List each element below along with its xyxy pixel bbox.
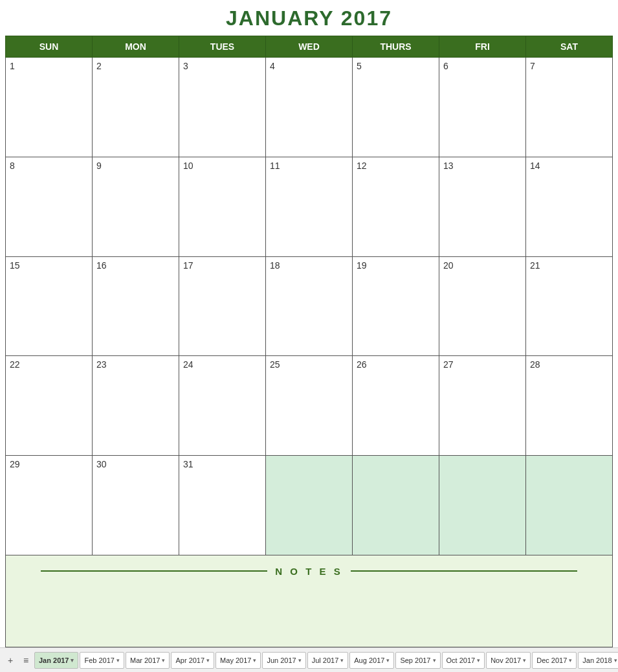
day-cell[interactable]: 1	[6, 58, 93, 157]
sheet-tab-sep-2017[interactable]: Sep 2017▾	[395, 652, 440, 669]
day-cell[interactable]: 12	[353, 157, 439, 256]
week-row-4: 293031	[6, 456, 613, 555]
day-cell[interactable]: 26	[353, 356, 439, 456]
notes-cell[interactable]: N O T E S	[6, 555, 613, 647]
sheet-tab-feb-2017[interactable]: Feb 2017▾	[80, 652, 124, 669]
sheet-tab-dropdown-icon: ▾	[162, 657, 165, 664]
sheet-tab-label: Mar 2017	[130, 656, 160, 664]
sheet-tab-label: Jan 2018	[582, 656, 612, 664]
day-number: 9	[96, 161, 102, 171]
day-cell[interactable]	[439, 456, 526, 555]
add-sheet-button[interactable]: +	[3, 653, 18, 668]
sheet-tab-label: Dec 2017	[536, 656, 567, 664]
day-cell[interactable]: 10	[179, 157, 266, 256]
day-number: 4	[270, 61, 275, 71]
day-cell[interactable]: 31	[179, 456, 266, 555]
notes-label-row: N O T E S	[41, 566, 577, 577]
sheet-tab-dropdown-icon: ▾	[116, 657, 120, 664]
header-day-thurs: THURS	[353, 36, 439, 58]
day-number: 15	[10, 260, 20, 271]
day-number: 8	[10, 161, 15, 171]
sheet-tab-dropdown-icon: ▾	[386, 657, 390, 664]
notes-row: N O T E S	[6, 555, 613, 647]
week-row-1: 891011121314	[6, 157, 613, 256]
day-cell[interactable]: 13	[439, 157, 526, 256]
sheet-tab-mar-2017[interactable]: Mar 2017▾	[126, 652, 170, 669]
day-cell[interactable]: 16	[93, 256, 179, 356]
day-cell[interactable]: 2	[93, 58, 179, 157]
sheet-tab-label: Aug 2017	[354, 656, 384, 664]
sheet-tab-nov-2017[interactable]: Nov 2017▾	[486, 652, 531, 669]
day-cell[interactable]: 24	[179, 356, 266, 456]
sheet-tab-jul-2017[interactable]: Jul 2017▾	[307, 652, 349, 669]
calendar-title: JANUARY 2017	[5, 0, 613, 36]
day-cell[interactable]: 11	[266, 157, 353, 256]
day-cell[interactable]: 9	[93, 157, 179, 256]
day-number: 7	[530, 61, 535, 71]
calendar-container: JANUARY 2017 SUNMONTUESWEDTHURSFRISAT 12…	[0, 0, 618, 647]
day-number: 19	[357, 260, 367, 271]
day-cell[interactable]: 14	[526, 157, 613, 256]
sheet-tab-aug-2017[interactable]: Aug 2017▾	[349, 652, 394, 669]
sheet-tab-jan-2018[interactable]: Jan 2018▾	[578, 652, 618, 669]
day-number: 22	[10, 359, 20, 370]
sheet-tab-label: Feb 2017	[84, 656, 114, 664]
sheet-tab-dropdown-icon: ▾	[206, 657, 210, 664]
day-number: 21	[530, 260, 540, 271]
notes-section: N O T E S	[11, 561, 607, 642]
day-number: 27	[443, 359, 454, 370]
sheet-tab-dropdown-icon: ▾	[433, 657, 436, 664]
day-cell[interactable]: 6	[439, 58, 526, 157]
sheet-tab-label: Sep 2017	[400, 656, 430, 664]
header-day-wed: WED	[266, 36, 353, 58]
day-cell[interactable]: 19	[353, 256, 439, 356]
day-cell[interactable]: 28	[526, 356, 613, 456]
day-number: 1	[10, 61, 15, 71]
notes-label: N O T E S	[275, 566, 342, 577]
day-cell[interactable]	[266, 456, 353, 555]
sheet-tab-label: Jun 2017	[267, 656, 296, 664]
calendar-body: 1234567891011121314151617181920212223242…	[6, 58, 613, 647]
day-number: 13	[443, 161, 454, 171]
sheet-tab-may-2017[interactable]: May 2017▾	[215, 652, 261, 669]
day-cell[interactable]	[526, 456, 613, 555]
sheet-tab-dec-2017[interactable]: Dec 2017▾	[532, 652, 577, 669]
day-cell[interactable]: 29	[6, 456, 93, 555]
header-day-mon: MON	[93, 36, 179, 58]
header-day-fri: FRI	[439, 36, 526, 58]
day-number: 28	[530, 359, 540, 370]
day-cell[interactable]: 7	[526, 58, 613, 157]
day-cell[interactable]: 5	[353, 58, 439, 157]
bottom-tabs: + ≡ Jan 2017▾Feb 2017▾Mar 2017▾Apr 2017▾…	[0, 647, 618, 672]
day-number: 31	[183, 459, 193, 469]
day-cell[interactable]: 21	[526, 256, 613, 356]
day-cell[interactable]: 17	[179, 256, 266, 356]
day-cell[interactable]: 8	[6, 157, 93, 256]
sheet-tab-apr-2017[interactable]: Apr 2017▾	[171, 652, 214, 669]
sheet-tab-label: Jan 2017	[39, 656, 69, 664]
day-cell[interactable]: 30	[93, 456, 179, 555]
day-cell[interactable]: 3	[179, 58, 266, 157]
sheet-tab-jun-2017[interactable]: Jun 2017▾	[262, 652, 305, 669]
day-cell[interactable]: 18	[266, 256, 353, 356]
day-cell[interactable]: 4	[266, 58, 353, 157]
day-cell[interactable]	[353, 456, 439, 555]
day-cell[interactable]: 15	[6, 256, 93, 356]
sheet-tab-oct-2017[interactable]: Oct 2017▾	[442, 652, 485, 669]
day-number: 6	[443, 61, 448, 71]
day-cell[interactable]: 22	[6, 356, 93, 456]
day-cell[interactable]: 25	[266, 356, 353, 456]
week-row-2: 15161718192021	[6, 256, 613, 356]
day-number: 12	[357, 161, 367, 171]
week-row-3: 22232425262728	[6, 356, 613, 456]
notes-line-left	[41, 570, 267, 572]
sheet-tab-dropdown-icon: ▾	[298, 657, 302, 664]
sheet-tab-label: Jul 2017	[312, 656, 339, 664]
day-cell[interactable]: 27	[439, 356, 526, 456]
sheet-tab-dropdown-icon: ▾	[523, 657, 526, 664]
day-cell[interactable]: 23	[93, 356, 179, 456]
day-cell[interactable]: 20	[439, 256, 526, 356]
sheet-tab-jan-2017[interactable]: Jan 2017▾	[34, 652, 78, 669]
menu-icon[interactable]: ≡	[18, 653, 34, 668]
sheet-tab-dropdown-icon: ▾	[340, 657, 344, 664]
